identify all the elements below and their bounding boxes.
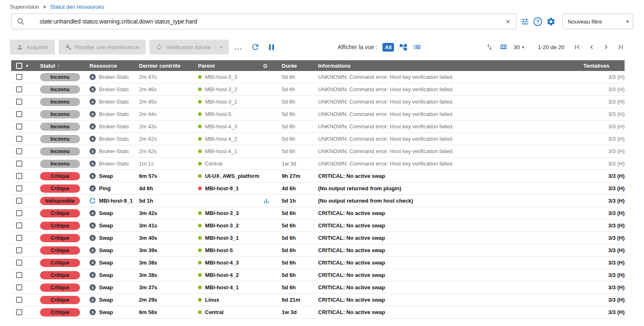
forced-check-button[interactable]: Vérification forcée ▾: [149, 40, 229, 54]
breadcrumb-statut-des-ressources[interactable]: Statut des ressources: [50, 4, 104, 10]
duration: 5d 6h: [282, 272, 318, 278]
row-checkbox[interactable]: [16, 297, 22, 303]
information: CRITICAL: No active swap: [318, 235, 583, 241]
status-badge: Inconnu: [40, 73, 80, 81]
person-icon: [17, 44, 23, 50]
row-checkbox[interactable]: [16, 185, 22, 191]
search-input[interactable]: [40, 18, 505, 25]
row-checkbox[interactable]: [16, 161, 22, 167]
filter-tune-icon[interactable]: [521, 17, 529, 26]
column-header-g[interactable]: G: [263, 63, 282, 69]
table-row[interactable]: CritiqueSSwap3m 39sMBI-host-55d 6hCRITIC…: [11, 244, 625, 257]
table-row[interactable]: InconnuSBroker-Stats1m 1sCentral1w 3dUNK…: [11, 158, 625, 170]
status-badge: Indisponible: [40, 197, 80, 205]
row-checkbox[interactable]: [16, 235, 22, 241]
tree-view-icon[interactable]: [399, 43, 408, 52]
column-header-ressource[interactable]: Ressource: [90, 63, 139, 69]
search-box[interactable]: ×: [11, 14, 517, 29]
graph-icon[interactable]: [263, 198, 270, 204]
last-page-icon[interactable]: [616, 43, 625, 51]
sort-order-icon[interactable]: [486, 43, 493, 51]
rows-per-page-select[interactable]: 30 ▾: [514, 44, 524, 50]
table-row[interactable]: CritiqueSSwap6m 56sCentral1w 3dCRITICAL:…: [11, 306, 625, 319]
last-check: 2m 42s: [139, 136, 198, 142]
table-row[interactable]: InconnuSBroker-Stats2m 46sMBI-host-3_25d…: [11, 83, 625, 96]
table-row[interactable]: CritiqueSSwap2m 29sLinux6d 21mCRITICAL: …: [11, 294, 625, 306]
view-all-button[interactable]: All: [382, 43, 394, 52]
row-checkbox[interactable]: [16, 74, 22, 80]
status-badge: Critique: [40, 296, 80, 304]
row-checkbox[interactable]: [16, 272, 22, 278]
row-checkbox[interactable]: [16, 148, 22, 154]
duration: 4d 6h: [282, 185, 318, 191]
pause-icon[interactable]: [269, 44, 274, 50]
row-checkbox[interactable]: [16, 198, 22, 204]
parent-name: MBI-host-4_2: [205, 272, 239, 278]
row-checkbox[interactable]: [16, 210, 22, 216]
tries: 3/3 (H): [583, 99, 625, 105]
table-row[interactable]: CritiqueSSwap3m 38sMBI-host-4_35d 6hCRIT…: [11, 257, 625, 269]
table-row[interactable]: InconnuSBroker-Stats2m 44sMBI-host-55d 6…: [11, 108, 625, 120]
table-row[interactable]: InconnuSBroker-Stats2m 42sMBI-host-4_25d…: [11, 133, 625, 145]
column-header-statut[interactable]: Statut ↑: [40, 63, 90, 69]
table-row[interactable]: InconnuSBroker-Stats2m 43sMBI-host-4_35d…: [11, 120, 625, 133]
list-view-icon[interactable]: [413, 43, 422, 52]
row-checkbox[interactable]: [16, 111, 22, 117]
resource-name: Swap: [99, 272, 113, 278]
forced-check-caret-icon[interactable]: ▾: [215, 45, 222, 50]
row-checkbox[interactable]: [16, 86, 22, 92]
column-header-informations[interactable]: Informations: [318, 63, 583, 69]
row-checkbox[interactable]: [16, 173, 22, 179]
more-actions-button[interactable]: ...: [235, 44, 243, 51]
table-header: ▾ Statut ↑ Ressource Dernier contrôle Pa…: [11, 60, 625, 71]
table-row[interactable]: InconnuSBroker-Stats2m 45sMBI-host-3_15d…: [11, 96, 625, 108]
service-icon: S: [90, 272, 96, 278]
tries: 3/3 (H): [583, 210, 625, 216]
duration: 5d 6h: [282, 247, 318, 253]
gear-icon[interactable]: [546, 17, 556, 26]
row-checkbox[interactable]: [16, 136, 22, 142]
column-header-tentatives[interactable]: Tentatives: [583, 63, 625, 69]
select-all-caret-icon[interactable]: ▾: [26, 63, 28, 69]
column-header-parent[interactable]: Parent: [198, 63, 263, 69]
table-row[interactable]: CritiqueSSwap3m 40sMBI-host-3_15d 6hCRIT…: [11, 232, 625, 244]
duration: 5d 6h: [282, 235, 318, 241]
clear-search-icon[interactable]: ×: [505, 17, 511, 26]
table-row[interactable]: InconnuSBroker-Stats2m 42sMBI-host-4_15d…: [11, 145, 625, 158]
row-checkbox[interactable]: [16, 260, 22, 266]
breadcrumb-supervision[interactable]: Supervision: [10, 4, 39, 10]
row-checkbox[interactable]: [16, 247, 22, 253]
previous-page-icon[interactable]: [587, 43, 596, 51]
filter-select[interactable]: Nouveau filtre ▾: [562, 14, 633, 29]
acknowledge-button[interactable]: Acquitter: [10, 40, 55, 54]
row-checkbox[interactable]: [16, 222, 22, 229]
table-row[interactable]: CritiqueSPing4d 6hMBI-host-9_14d 6h(No o…: [11, 182, 625, 195]
table-row[interactable]: CritiqueSSwap3m 37sMBI-host-4_15d 6hCRIT…: [11, 281, 625, 294]
next-page-icon[interactable]: [602, 43, 610, 51]
columns-icon[interactable]: [499, 43, 507, 51]
parent-status-dot: [198, 286, 202, 289]
chevron-down-icon: ▾: [626, 19, 629, 24]
row-checkbox[interactable]: [16, 123, 22, 130]
select-all-checkbox[interactable]: [16, 63, 22, 69]
table-row[interactable]: CritiqueSSwap3m 38sMBI-host-4_25d 6hCRIT…: [11, 269, 625, 281]
column-header-duree[interactable]: Durée: [282, 63, 318, 69]
parent-status-dot: [198, 310, 202, 314]
table-row[interactable]: IndisponibleMBI-host-9_15d 1h5d 1h(No ou…: [11, 195, 625, 207]
last-check: 2m 45s: [139, 99, 198, 105]
table-row[interactable]: CritiqueSSwap6m 57sUI-UX_AWS_platform9h …: [11, 170, 625, 182]
table-row[interactable]: CritiqueSSwap3m 42sMBI-host-3_35d 6hCRIT…: [11, 207, 625, 220]
row-checkbox[interactable]: [16, 99, 22, 105]
help-icon[interactable]: ?: [533, 17, 542, 26]
status-badge: Inconnu: [40, 135, 80, 143]
refresh-icon[interactable]: [251, 43, 260, 52]
column-header-dernier-controle[interactable]: Dernier contrôle: [139, 63, 198, 69]
table-row[interactable]: InconnuSBroker-Stats2m 47sMBI-host-3_35d…: [11, 71, 625, 83]
parent-status-dot: [198, 174, 202, 178]
row-checkbox[interactable]: [16, 309, 22, 315]
parent-name: MBI-host-9_1: [205, 185, 239, 191]
table-row[interactable]: CritiqueSSwap3m 41sMBI-host-3_25d 6hCRIT…: [11, 220, 625, 232]
first-page-icon[interactable]: [573, 43, 581, 51]
row-checkbox[interactable]: [16, 284, 22, 291]
schedule-maintenance-button[interactable]: Planifier une maintenance: [59, 40, 146, 54]
